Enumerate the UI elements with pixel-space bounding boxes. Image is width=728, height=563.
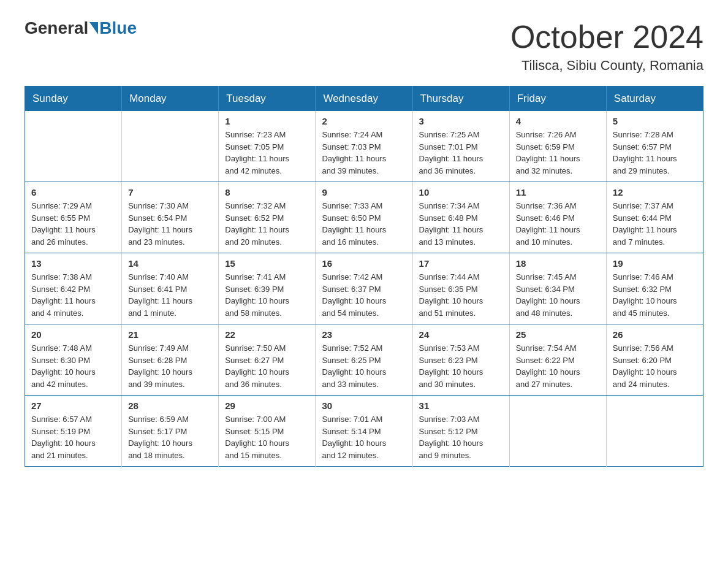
day-number: 15 [225,258,309,269]
day-number: 30 [322,400,406,411]
calendar-cell: 11Sunrise: 7:36 AM Sunset: 6:46 PM Dayli… [509,182,606,253]
day-number: 8 [225,187,309,197]
day-info: Sunrise: 7:44 AM Sunset: 6:35 PM Dayligh… [419,271,503,319]
calendar-cell: 14Sunrise: 7:40 AM Sunset: 6:41 PM Dayli… [122,253,219,324]
day-number: 20 [31,329,115,340]
day-info: Sunrise: 7:23 AM Sunset: 7:05 PM Dayligh… [225,129,309,177]
calendar-cell: 12Sunrise: 7:37 AM Sunset: 6:44 PM Dayli… [606,182,703,253]
day-number: 5 [613,116,697,126]
day-number: 28 [128,400,212,411]
day-number: 3 [419,116,503,126]
calendar-table: SundayMondayTuesdayWednesdayThursdayFrid… [25,86,703,467]
calendar-cell: 4Sunrise: 7:26 AM Sunset: 6:59 PM Daylig… [509,111,606,182]
day-info: Sunrise: 7:50 AM Sunset: 6:27 PM Dayligh… [225,342,309,390]
day-number: 27 [31,400,115,411]
weekday-header-thursday: Thursday [412,86,509,112]
day-number: 1 [225,116,309,126]
calendar-week-row: 20Sunrise: 7:48 AM Sunset: 6:30 PM Dayli… [25,324,703,396]
day-number: 14 [128,258,212,269]
day-number: 21 [128,329,212,340]
day-number: 12 [613,187,697,197]
day-info: Sunrise: 7:52 AM Sunset: 6:25 PM Dayligh… [322,342,406,390]
logo-blue-part: Blue [88,18,137,38]
day-info: Sunrise: 7:33 AM Sunset: 6:50 PM Dayligh… [322,200,406,248]
calendar-cell [25,111,122,182]
day-number: 9 [322,187,406,197]
day-number: 17 [419,258,503,269]
calendar-cell: 30Sunrise: 7:01 AM Sunset: 5:14 PM Dayli… [316,396,412,467]
day-info: Sunrise: 7:26 AM Sunset: 6:59 PM Dayligh… [516,129,600,177]
calendar-cell: 18Sunrise: 7:45 AM Sunset: 6:34 PM Dayli… [509,253,606,324]
day-number: 11 [516,187,600,197]
weekday-header-monday: Monday [122,86,219,112]
logo-top: General Blue [25,18,137,38]
calendar-cell: 26Sunrise: 7:56 AM Sunset: 6:20 PM Dayli… [606,324,703,396]
day-info: Sunrise: 7:49 AM Sunset: 6:28 PM Dayligh… [128,342,212,390]
day-number: 18 [516,258,600,269]
logo-general-text: General [25,18,88,38]
calendar-cell: 2Sunrise: 7:24 AM Sunset: 7:03 PM Daylig… [316,111,412,182]
day-number: 2 [322,116,406,126]
calendar-cell: 10Sunrise: 7:34 AM Sunset: 6:48 PM Dayli… [412,182,509,253]
day-info: Sunrise: 7:03 AM Sunset: 5:12 PM Dayligh… [419,413,503,461]
day-number: 26 [613,329,697,340]
day-number: 23 [322,329,406,340]
calendar-week-row: 27Sunrise: 6:57 AM Sunset: 5:19 PM Dayli… [25,396,703,467]
day-info: Sunrise: 7:38 AM Sunset: 6:42 PM Dayligh… [31,271,115,319]
calendar-cell: 19Sunrise: 7:46 AM Sunset: 6:32 PM Dayli… [606,253,703,324]
day-number: 6 [31,187,115,197]
weekday-header-tuesday: Tuesday [219,86,316,112]
calendar-cell: 9Sunrise: 7:33 AM Sunset: 6:50 PM Daylig… [316,182,412,253]
calendar-cell: 28Sunrise: 6:59 AM Sunset: 5:17 PM Dayli… [122,396,219,467]
calendar-cell: 5Sunrise: 7:28 AM Sunset: 6:57 PM Daylig… [606,111,703,182]
title-section: October 2024 Tilisca, Sibiu County, Roma… [510,18,703,74]
day-number: 24 [419,329,503,340]
calendar-cell: 8Sunrise: 7:32 AM Sunset: 6:52 PM Daylig… [219,182,316,253]
day-info: Sunrise: 6:57 AM Sunset: 5:19 PM Dayligh… [31,413,115,461]
day-info: Sunrise: 7:37 AM Sunset: 6:44 PM Dayligh… [613,200,697,248]
day-info: Sunrise: 7:56 AM Sunset: 6:20 PM Dayligh… [613,342,697,390]
day-info: Sunrise: 7:48 AM Sunset: 6:30 PM Dayligh… [31,342,115,390]
day-number: 22 [225,329,309,340]
day-number: 13 [31,258,115,269]
day-info: Sunrise: 7:46 AM Sunset: 6:32 PM Dayligh… [613,271,697,319]
weekday-header-row: SundayMondayTuesdayWednesdayThursdayFrid… [25,86,703,112]
day-number: 19 [613,258,697,269]
day-info: Sunrise: 7:53 AM Sunset: 6:23 PM Dayligh… [419,342,503,390]
day-info: Sunrise: 7:29 AM Sunset: 6:55 PM Dayligh… [31,200,115,248]
calendar-cell: 15Sunrise: 7:41 AM Sunset: 6:39 PM Dayli… [219,253,316,324]
day-number: 10 [419,187,503,197]
day-number: 4 [516,116,600,126]
calendar-cell: 13Sunrise: 7:38 AM Sunset: 6:42 PM Dayli… [25,253,122,324]
calendar-cell [122,111,219,182]
day-info: Sunrise: 7:32 AM Sunset: 6:52 PM Dayligh… [225,200,309,248]
day-number: 7 [128,187,212,197]
weekday-header-sunday: Sunday [25,86,122,112]
calendar-cell: 16Sunrise: 7:42 AM Sunset: 6:37 PM Dayli… [316,253,412,324]
day-info: Sunrise: 7:42 AM Sunset: 6:37 PM Dayligh… [322,271,406,319]
day-number: 16 [322,258,406,269]
weekday-header-wednesday: Wednesday [316,86,412,112]
month-title: October 2024 [510,18,703,55]
calendar-cell: 22Sunrise: 7:50 AM Sunset: 6:27 PM Dayli… [219,324,316,396]
day-info: Sunrise: 7:25 AM Sunset: 7:01 PM Dayligh… [419,129,503,177]
calendar-week-row: 13Sunrise: 7:38 AM Sunset: 6:42 PM Dayli… [25,253,703,324]
day-info: Sunrise: 7:40 AM Sunset: 6:41 PM Dayligh… [128,271,212,319]
day-info: Sunrise: 7:54 AM Sunset: 6:22 PM Dayligh… [516,342,600,390]
day-info: Sunrise: 7:01 AM Sunset: 5:14 PM Dayligh… [322,413,406,461]
day-info: Sunrise: 7:45 AM Sunset: 6:34 PM Dayligh… [516,271,600,319]
day-number: 31 [419,400,503,411]
calendar-cell [509,396,606,467]
calendar-cell: 29Sunrise: 7:00 AM Sunset: 5:15 PM Dayli… [219,396,316,467]
calendar-cell: 20Sunrise: 7:48 AM Sunset: 6:30 PM Dayli… [25,324,122,396]
day-info: Sunrise: 7:24 AM Sunset: 7:03 PM Dayligh… [322,129,406,177]
calendar-cell [606,396,703,467]
day-info: Sunrise: 7:36 AM Sunset: 6:46 PM Dayligh… [516,200,600,248]
day-number: 29 [225,400,309,411]
calendar-week-row: 6Sunrise: 7:29 AM Sunset: 6:55 PM Daylig… [25,182,703,253]
day-info: Sunrise: 7:34 AM Sunset: 6:48 PM Dayligh… [419,200,503,248]
calendar-cell: 1Sunrise: 7:23 AM Sunset: 7:05 PM Daylig… [219,111,316,182]
day-info: Sunrise: 7:00 AM Sunset: 5:15 PM Dayligh… [225,413,309,461]
day-number: 25 [516,329,600,340]
calendar-cell: 6Sunrise: 7:29 AM Sunset: 6:55 PM Daylig… [25,182,122,253]
